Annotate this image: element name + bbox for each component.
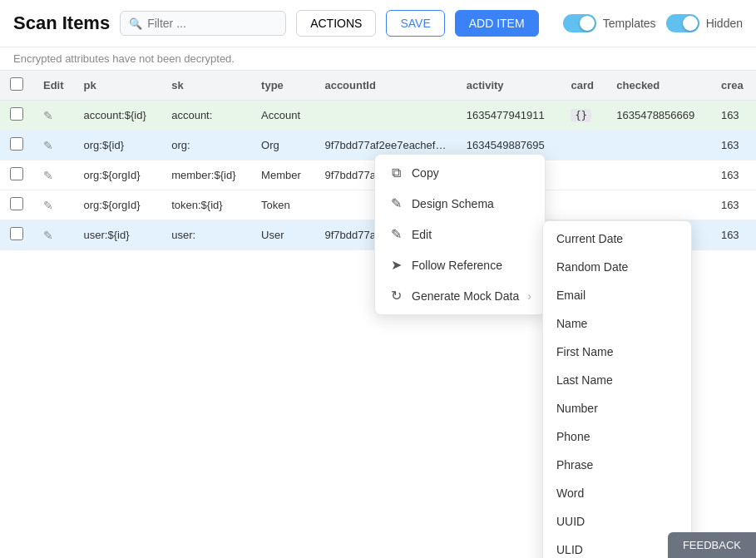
col-card: card <box>561 71 606 101</box>
row-checked: 1635478856669 <box>606 101 711 131</box>
row-edit-icon[interactable]: ✎ <box>43 109 53 122</box>
row-crea: 163 <box>711 190 756 220</box>
row-sk: account: <box>161 101 251 131</box>
row-edit-cell: ✎ <box>33 101 74 131</box>
row-activity: 1635477941911 <box>457 101 561 131</box>
row-checkbox-cell <box>0 160 33 190</box>
row-checked <box>606 131 711 160</box>
row-checkbox[interactable] <box>10 167 23 180</box>
row-edit-cell: ✎ <box>33 190 74 220</box>
edit-icon: ✎ <box>388 226 403 242</box>
row-checkbox[interactable] <box>10 107 23 121</box>
search-icon: 🔍 <box>129 17 142 30</box>
row-crea: 163 <box>711 160 756 190</box>
menu-item-edit-label: Edit <box>412 228 432 241</box>
row-accountid <box>314 101 456 131</box>
row-edit-cell: ✎ <box>33 131 74 160</box>
table-row: ✎ account:${id} account: Account 1635477… <box>0 101 756 131</box>
row-pk: org:${orgId} <box>74 190 162 220</box>
col-sk: sk <box>161 71 251 101</box>
design-schema-icon: ✎ <box>388 195 403 211</box>
row-pk: user:${id} <box>74 220 162 250</box>
row-checkbox-cell <box>0 131 33 160</box>
col-edit: Edit <box>33 71 74 101</box>
menu-item-follow-reference[interactable]: ➤ Follow Reference <box>375 249 545 250</box>
templates-toggle[interactable] <box>563 14 596 32</box>
row-edit-cell: ✎ <box>33 220 74 250</box>
row-crea: 163 <box>711 131 756 160</box>
row-type: Token <box>251 190 314 220</box>
row-pk: org:${id} <box>74 131 162 160</box>
col-activity: activity <box>457 71 561 101</box>
row-checked <box>606 190 711 220</box>
row-crea: 163 <box>711 101 756 131</box>
row-checkbox-cell <box>0 190 33 220</box>
row-edit-icon[interactable]: ✎ <box>43 139 53 152</box>
row-crea: 163 <box>711 220 756 250</box>
select-all-checkbox[interactable] <box>10 77 23 91</box>
menu-item-copy-label: Copy <box>412 166 439 180</box>
header: Scan Items 🔍 ACTIONS SAVE ADD ITEM Templ… <box>0 0 756 47</box>
menu-item-design-schema-label: Design Schema <box>412 197 494 210</box>
filter-input[interactable] <box>147 17 277 30</box>
subtitle: Encrypted attributes have not been decry… <box>0 47 756 71</box>
col-checked: checked <box>606 71 711 101</box>
table-header: Edit pk sk type accountId activity card … <box>0 71 756 101</box>
filter-input-wrap: 🔍 <box>120 11 286 36</box>
col-accountid: accountId <box>314 71 456 101</box>
row-checkbox[interactable] <box>10 137 23 151</box>
row-checked <box>606 160 711 190</box>
row-pk: account:${id} <box>74 101 162 131</box>
row-edit-icon[interactable]: ✎ <box>43 229 53 242</box>
row-checkbox-cell <box>0 101 33 131</box>
row-sk: member:${id} <box>161 160 251 190</box>
templates-toggle-group: Templates <box>563 14 656 32</box>
row-type: User <box>251 220 314 250</box>
row-sk: user: <box>161 220 251 250</box>
row-sk: org: <box>161 131 251 160</box>
col-crea: crea <box>711 71 756 101</box>
row-edit-icon[interactable]: ✎ <box>43 169 53 182</box>
row-checkbox-cell <box>0 220 33 250</box>
row-edit-icon[interactable]: ✎ <box>43 199 53 212</box>
menu-item-copy[interactable]: ⧉ Copy <box>375 158 545 188</box>
page-title: Scan Items <box>13 12 110 34</box>
row-pk: org:${orgId} <box>74 160 162 190</box>
col-type: type <box>251 71 314 101</box>
row-card <box>561 160 606 190</box>
col-checkbox <box>0 71 33 101</box>
submenu-current-date[interactable]: Current Date <box>543 225 691 250</box>
save-button[interactable]: SAVE <box>386 10 444 37</box>
hidden-toggle-group: Hidden <box>666 14 743 32</box>
context-menu: ⧉ Copy ✎ Design Schema ✎ Edit ➤ Follow R… <box>374 154 546 250</box>
templates-label: Templates <box>603 17 656 30</box>
row-checkbox[interactable] <box>10 197 23 210</box>
row-sk: token:${id} <box>161 190 251 220</box>
row-type: Member <box>251 160 314 190</box>
submenu: Current Date Random Date Email Name Firs… <box>542 220 692 250</box>
hidden-toggle[interactable] <box>666 14 699 32</box>
menu-item-edit[interactable]: ✎ Edit <box>375 219 545 249</box>
row-edit-cell: ✎ <box>33 160 74 190</box>
row-checkbox[interactable] <box>10 227 23 240</box>
add-item-button[interactable]: ADD ITEM <box>455 10 539 37</box>
row-card <box>561 131 606 160</box>
menu-item-design-schema[interactable]: ✎ Design Schema <box>375 188 545 219</box>
actions-button[interactable]: ACTIONS <box>296 10 376 37</box>
col-pk: pk <box>74 71 162 101</box>
copy-icon: ⧉ <box>388 165 403 180</box>
row-card <box>561 190 606 220</box>
row-card: {} <box>561 101 606 131</box>
row-type: Account <box>251 101 314 131</box>
hidden-label: Hidden <box>706 17 743 30</box>
row-type: Org <box>251 131 314 160</box>
